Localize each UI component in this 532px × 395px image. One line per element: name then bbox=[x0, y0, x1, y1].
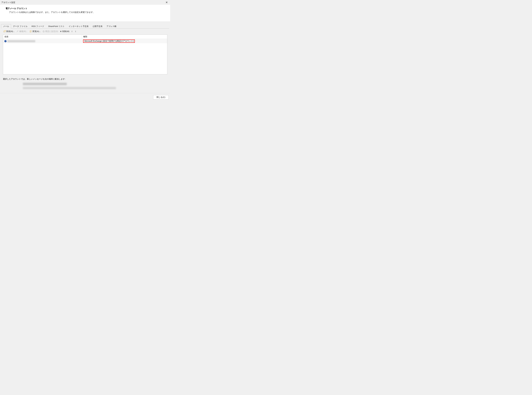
delivery-details-redacted bbox=[23, 83, 167, 89]
default-check-icon: ✓ bbox=[4, 40, 6, 42]
tab-published-calendars[interactable]: 公開予定表 bbox=[90, 24, 105, 28]
close-button[interactable]: 閉じる(C) bbox=[153, 95, 169, 99]
col-header-type[interactable]: 種類 bbox=[82, 35, 167, 39]
window-title: アカウント設定 bbox=[1, 1, 15, 4]
arrow-down-icon: ⬇ bbox=[75, 30, 76, 33]
new-mail-icon bbox=[3, 30, 6, 33]
col-header-name[interactable]: 名前 bbox=[3, 35, 82, 39]
tab-data-files[interactable]: データ ファイル bbox=[11, 24, 29, 28]
delete-button[interactable]: ✕ 削除(M) bbox=[60, 30, 69, 33]
arrow-up-icon: ⬆ bbox=[71, 30, 73, 33]
repair-icon bbox=[17, 30, 19, 33]
change-label: 変更(A)... bbox=[33, 30, 41, 33]
svg-point-3 bbox=[43, 31, 45, 33]
titlebar: アカウント設定 ✕ bbox=[0, 0, 170, 5]
tab-sharepoint-lists[interactable]: SharePoint リスト bbox=[46, 24, 67, 28]
account-type-highlight: Microsoft Exchange (送信で使用する既定のアカウント) bbox=[83, 39, 135, 43]
tab-address-books[interactable]: アドレス帳 bbox=[105, 24, 118, 28]
new-button[interactable]: 新規(N)... bbox=[3, 30, 15, 33]
svg-point-1 bbox=[5, 30, 6, 31]
set-default-button: 既定に設定(D) bbox=[43, 30, 58, 33]
close-icon[interactable]: ✕ bbox=[164, 1, 169, 4]
change-button[interactable]: 変更(A)... bbox=[30, 30, 41, 33]
set-default-label: 既定に設定(D) bbox=[45, 30, 58, 33]
redacted-line-1 bbox=[23, 83, 67, 85]
delete-label: 削除(M) bbox=[62, 30, 69, 33]
toolbar: 新規(N)... 修復(R)... 変更(A)... 既定に設定(D) ✕ 削除… bbox=[0, 28, 170, 34]
check-circle-icon bbox=[43, 30, 45, 33]
tab-mail[interactable]: メール bbox=[1, 24, 11, 28]
account-type-text: Microsoft Exchange (送信で使用する既定のアカウント) bbox=[84, 40, 134, 42]
tab-rss-feeds[interactable]: RSS フィード bbox=[29, 24, 46, 28]
new-label: 新規(N)... bbox=[6, 30, 15, 33]
move-down-button: ⬇ bbox=[75, 30, 76, 33]
account-settings-window: アカウント設定 ✕ 電子メール アカウント アカウントを追加または削除できます。… bbox=[0, 0, 170, 101]
dialog-footer: 閉じる(C) bbox=[0, 93, 170, 101]
change-icon bbox=[30, 30, 32, 33]
delivery-label: 選択したアカウントでは、新しいメッセージを次の場所に配信します: bbox=[3, 78, 167, 80]
repair-label: 修復(R)... bbox=[19, 30, 28, 33]
account-type-cell: Microsoft Exchange (送信で使用する既定のアカウント) bbox=[82, 39, 167, 43]
delivery-info: 選択したアカウントでは、新しいメッセージを次の場所に配信します: bbox=[3, 78, 167, 89]
delete-x-icon: ✕ bbox=[60, 30, 62, 33]
tab-internet-calendars[interactable]: インターネット予定表 bbox=[67, 24, 90, 28]
account-name-cell: ✓ bbox=[3, 40, 82, 43]
accounts-list: 名前 種類 ✓ Microsoft Exchange (送信で使用する既定のアカ… bbox=[3, 34, 167, 74]
tab-strip: メール データ ファイル RSS フィード SharePoint リスト インタ… bbox=[1, 24, 169, 28]
intro-heading: 電子メール アカウント bbox=[6, 7, 168, 10]
move-up-button: ⬆ bbox=[71, 30, 73, 33]
list-header: 名前 種類 bbox=[3, 35, 167, 39]
account-name-redacted bbox=[7, 40, 35, 42]
repair-button: 修復(R)... bbox=[17, 30, 28, 33]
redacted-line-2 bbox=[23, 87, 116, 89]
intro-panel: 電子メール アカウント アカウントを追加または削除できます。また、アカウントを選… bbox=[0, 5, 170, 22]
intro-description: アカウントを追加または削除できます。また、アカウントを選択してその設定を変更でき… bbox=[6, 11, 168, 14]
account-row[interactable]: ✓ Microsoft Exchange (送信で使用する既定のアカウント) bbox=[3, 39, 167, 43]
